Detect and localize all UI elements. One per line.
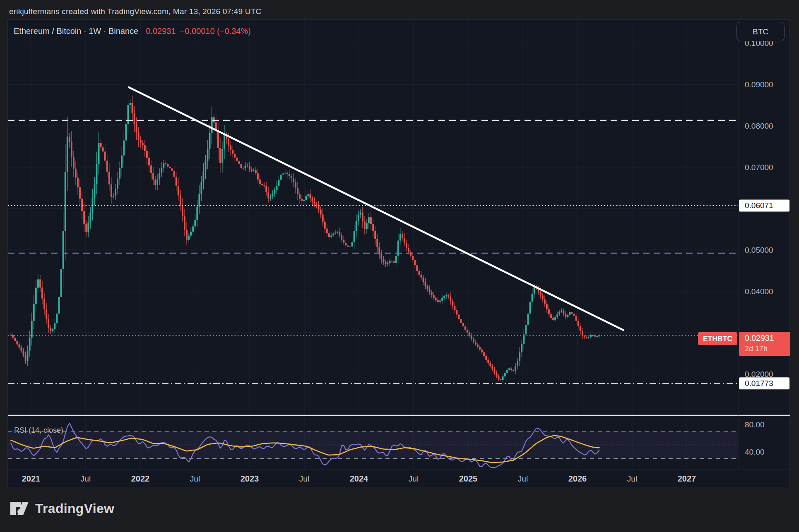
candles: [10, 93, 600, 382]
price-chart-canvas[interactable]: 0.100000.090000.080000.070000.050000.040…: [8, 20, 790, 488]
svg-text:ETHBTC: ETHBTC: [703, 335, 732, 343]
screenshot-root: erikjuffermans created with TradingView.…: [0, 0, 799, 532]
currency-unit-button[interactable]: BTC: [736, 22, 785, 41]
rsi-indicator-label[interactable]: RSI (14, close): [14, 426, 63, 435]
tradingview-logo-icon: [10, 500, 29, 517]
grid-lines: [8, 20, 738, 469]
last-quote: 0.02931−0.00010 (−0.34%): [146, 26, 251, 36]
rsi-indicator-label-text: RSI (14, close): [14, 426, 63, 434]
tradingview-logo[interactable]: TradingView: [10, 500, 114, 517]
quote-price: 0.02931: [146, 26, 176, 36]
chart-legend: Ethereum / Bitcoin · 1W · Binance0.02931…: [14, 26, 251, 36]
symbol-title[interactable]: Ethereum / Bitcoin · 1W · Binance: [14, 26, 138, 36]
tradingview-logo-text: TradingView: [35, 501, 114, 516]
time-axis[interactable]: [8, 468, 790, 487]
symbol-price-tag: ETHBTC: [698, 332, 737, 345]
chart-widget: 0.100000.090000.080000.070000.050000.040…: [7, 19, 790, 487]
rsi-pane: [8, 423, 738, 467]
quote-change: −0.00010 (−0.34%): [180, 26, 251, 36]
attribution-text: erikjuffermans created with TradingView.…: [9, 7, 261, 16]
horizontal-level-lines: [8, 120, 738, 383]
price-axis[interactable]: [737, 20, 789, 469]
